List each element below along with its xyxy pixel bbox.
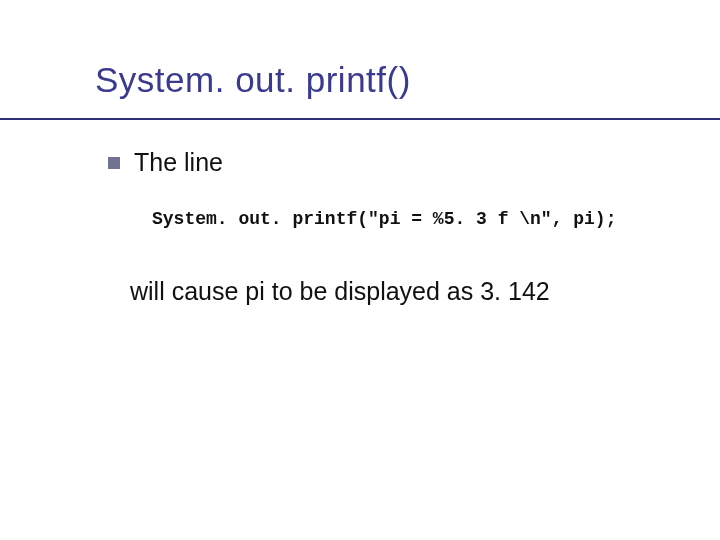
slide-content: The line System. out. printf("pi = %5. 3… (0, 120, 720, 306)
code-line: System. out. printf("pi = %5. 3 f \n", p… (108, 177, 670, 229)
slide: System. out. printf() The line System. o… (0, 0, 720, 540)
bullet-square-icon (108, 157, 120, 169)
result-text: will cause pi to be displayed as 3. 142 (108, 229, 670, 306)
slide-title: System. out. printf() (95, 60, 720, 100)
bullet-text: The line (134, 148, 223, 177)
title-area: System. out. printf() (0, 60, 720, 120)
bullet-item: The line (108, 148, 670, 177)
